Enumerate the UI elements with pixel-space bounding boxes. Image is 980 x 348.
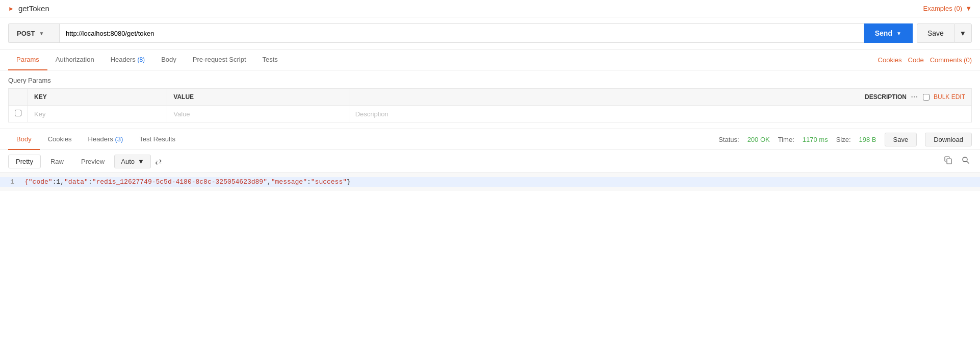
cookies-link[interactable]: Cookies (878, 56, 902, 64)
value-cell[interactable]: Value (167, 106, 349, 122)
th-key: KEY (28, 89, 167, 106)
params-table: KEY VALUE DESCRIPTION ⋯ Bulk Edit (8, 88, 972, 122)
tab-authorization[interactable]: Authorization (47, 49, 102, 70)
query-params-section: Query Params KEY VALUE DESCRIPTION ⋯ Bul… (0, 70, 980, 129)
status-value: 200 OK (747, 136, 770, 143)
copy-button[interactable] (942, 154, 955, 168)
format-bar-left: Pretty Raw Preview Auto ▼ ⇄ (8, 155, 164, 168)
comments-link[interactable]: Comments (0) (930, 56, 972, 64)
response-save-button[interactable]: Save (885, 133, 917, 146)
send-chevron-icon: ▼ (896, 31, 901, 36)
tab-tests[interactable]: Tests (254, 49, 286, 70)
code-area: 1 {"code":1,"data":"redis_12627749-5c5d-… (0, 173, 980, 191)
th-value: VALUE (167, 89, 349, 106)
method-chevron-icon: ▼ (39, 31, 44, 36)
format-tab-preview[interactable]: Preview (73, 155, 112, 168)
tab-body[interactable]: Body (153, 49, 185, 70)
bulk-edit-label[interactable]: Bulk Edit (934, 93, 965, 101)
method-label: POST (17, 30, 35, 37)
chevron-right-icon: ► (8, 5, 14, 12)
method-select[interactable]: POST ▼ (8, 23, 59, 43)
json-comma-1: , (60, 178, 64, 186)
response-download-button[interactable]: Download (925, 133, 972, 146)
tab-params[interactable]: Params (8, 49, 47, 70)
response-tab-cookies[interactable]: Cookies (40, 129, 80, 150)
json-val-message: "success" (311, 178, 347, 186)
json-brace-close: } (347, 178, 351, 186)
code-link[interactable]: Code (908, 56, 924, 64)
save-btn-group: Save ▼ (917, 23, 972, 43)
examples-chevron-icon: ▼ (965, 5, 972, 12)
format-bar: Pretty Raw Preview Auto ▼ ⇄ (0, 150, 980, 173)
json-key-data: "data" (64, 178, 88, 186)
code-line-1: 1 {"code":1,"data":"redis_12627749-5c5d-… (0, 177, 980, 187)
url-bar: POST ▼ Send ▼ Save ▼ (0, 17, 980, 49)
table-row: Key Value Description (9, 106, 972, 122)
row-checkbox-cell (9, 106, 28, 122)
line-number: 1 (0, 178, 20, 186)
tab-headers[interactable]: Headers (8) (102, 49, 153, 70)
more-options-icon[interactable]: ⋯ (911, 93, 919, 101)
response-tab-body[interactable]: Body (8, 129, 40, 150)
examples-button[interactable]: Examples (0) (923, 5, 963, 12)
json-key-message: "message" (271, 178, 307, 186)
search-button[interactable] (960, 154, 972, 168)
time-label: Time: (778, 136, 794, 143)
tab-pre-request-script[interactable]: Pre-request Script (185, 49, 254, 70)
th-description: DESCRIPTION ⋯ Bulk Edit (349, 89, 971, 106)
time-value: 1170 ms (803, 136, 828, 143)
bulk-edit-checkbox[interactable] (923, 94, 930, 101)
save-dropdown-icon: ▼ (960, 30, 966, 37)
svg-rect-0 (947, 159, 951, 164)
request-tabs-right: Cookies Code Comments (0) (878, 56, 972, 64)
json-comma-2: , (267, 178, 271, 186)
response-tabs-bar: Body Cookies Headers (3) Test Results St… (0, 129, 980, 150)
th-checkbox (9, 89, 28, 106)
svg-line-2 (967, 161, 969, 163)
response-tabs-left: Body Cookies Headers (3) Test Results (8, 129, 184, 150)
status-label: Status: (718, 136, 739, 143)
request-tabs: Params Authorization Headers (8) Body Pr… (0, 49, 980, 70)
code-content: {"code":1,"data":"redis_12627749-5c5d-41… (20, 178, 980, 186)
send-btn-group: Send ▼ (864, 23, 913, 43)
save-dropdown-button[interactable]: ▼ (954, 23, 972, 43)
request-tabs-left: Params Authorization Headers (8) Body Pr… (8, 49, 286, 70)
top-bar: ► getToken Examples (0) ▼ (0, 0, 980, 17)
send-label: Send (875, 29, 892, 37)
size-label: Size: (836, 136, 851, 143)
format-bar-right (942, 154, 972, 168)
top-bar-left: ► getToken (8, 4, 49, 13)
response-headers-badge: (3) (115, 135, 123, 143)
format-type-label: Auto (121, 158, 135, 165)
format-select-chevron-icon: ▼ (138, 158, 144, 165)
query-params-title: Query Params (8, 77, 972, 84)
response-tab-headers[interactable]: Headers (3) (80, 129, 132, 150)
response-meta: Status: 200 OK Time: 1170 ms Size: 198 B… (718, 133, 972, 146)
request-name: getToken (18, 4, 49, 13)
json-brace-open: { (24, 178, 29, 186)
description-cell[interactable]: Description (349, 106, 971, 122)
row-checkbox[interactable] (15, 110, 21, 116)
headers-badge: (8) (137, 56, 145, 63)
size-value: 198 B (859, 136, 876, 143)
format-type-select[interactable]: Auto ▼ (114, 155, 151, 168)
format-tab-pretty[interactable]: Pretty (8, 155, 41, 168)
json-colon-2: : (88, 178, 92, 186)
wrap-button[interactable]: ⇄ (153, 155, 164, 168)
save-button[interactable]: Save (917, 23, 954, 43)
key-cell[interactable]: Key (28, 106, 167, 122)
json-colon-3: : (307, 178, 311, 186)
top-bar-right: Examples (0) ▼ (923, 5, 972, 12)
send-button[interactable]: Send ▼ (864, 23, 913, 43)
json-key-code: "code" (29, 178, 53, 186)
response-tab-test-results[interactable]: Test Results (131, 129, 184, 150)
json-val-data: "redis_12627749-5c5d-4180-8c8c-325054623… (92, 178, 267, 186)
format-tab-raw[interactable]: Raw (43, 155, 71, 168)
url-input[interactable] (59, 23, 864, 43)
